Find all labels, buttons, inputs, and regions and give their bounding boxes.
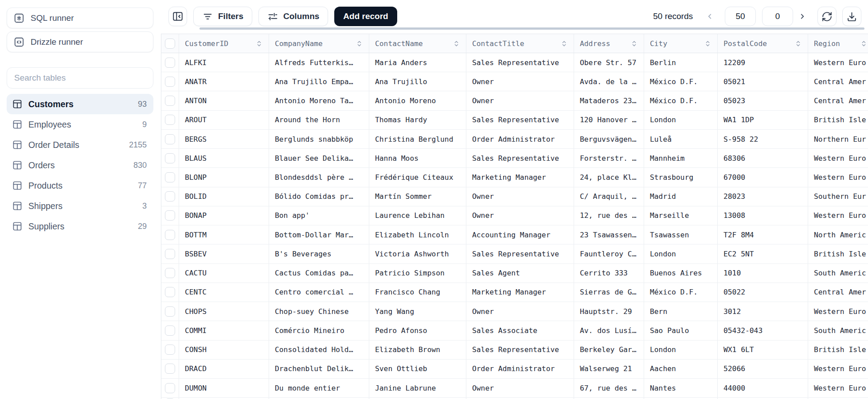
- sort-icon[interactable]: [630, 39, 638, 48]
- table-cell[interactable]: North Americ: [808, 225, 868, 244]
- table-cell[interactable]: WA1 1DP: [718, 111, 808, 129]
- table-cell[interactable]: Luleå: [644, 130, 718, 148]
- table-cell[interactable]: Frédérique Citeaux: [369, 168, 466, 186]
- column-header-region[interactable]: Region: [808, 34, 868, 53]
- chevron-left-icon[interactable]: [705, 12, 715, 21]
- table-cell[interactable]: México D.F.: [644, 72, 718, 91]
- drizzle-runner-button[interactable]: Drizzle runner: [7, 31, 153, 52]
- sidebar-item-customers[interactable]: Customers93: [7, 94, 153, 114]
- table-cell[interactable]: 05021: [718, 72, 808, 91]
- table-cell[interactable]: Marketing Manager: [466, 283, 574, 302]
- table-cell[interactable]: Victoria Ashworth: [369, 244, 466, 263]
- table-cell[interactable]: Sao Paulo: [644, 321, 718, 340]
- row-checkbox[interactable]: [165, 345, 175, 355]
- sidebar-item-shippers[interactable]: Shippers3: [7, 196, 153, 216]
- table-cell[interactable]: 44000: [718, 379, 808, 397]
- page-offset-input[interactable]: [762, 7, 793, 26]
- column-header-customerid[interactable]: CustomerID: [179, 34, 269, 53]
- table-cell[interactable]: EC2 5NT: [718, 244, 808, 263]
- table-cell[interactable]: ANTON: [179, 91, 269, 110]
- sort-icon[interactable]: [704, 39, 712, 48]
- table-cell[interactable]: Cerrito 333: [574, 264, 644, 283]
- table-cell[interactable]: Blauer See Delika…: [269, 149, 369, 167]
- table-cell[interactable]: Aachen: [644, 360, 718, 378]
- table-cell[interactable]: CENTC: [179, 283, 269, 302]
- table-cell[interactable]: BONAP: [179, 206, 269, 225]
- chevron-right-icon[interactable]: [798, 12, 807, 21]
- table-cell[interactable]: B's Beverages: [269, 244, 369, 263]
- table-cell[interactable]: Antonio Moreno Ta…: [269, 91, 369, 110]
- table-cell[interactable]: Mataderos 23…: [574, 91, 644, 110]
- table-cell[interactable]: London: [644, 341, 718, 359]
- table-cell[interactable]: Nantes: [644, 379, 718, 397]
- table-cell[interactable]: BLAUS: [179, 149, 269, 167]
- sidebar-item-orders[interactable]: Orders830: [7, 155, 153, 175]
- table-cell[interactable]: Sales Representative: [466, 244, 574, 263]
- table-cell[interactable]: Sales Representative: [466, 111, 574, 129]
- table-cell[interactable]: Mannheim: [644, 149, 718, 167]
- table-cell[interactable]: Owner: [466, 379, 574, 397]
- table-cell[interactable]: 52066: [718, 360, 808, 378]
- table-cell[interactable]: London: [644, 111, 718, 129]
- sort-icon[interactable]: [255, 39, 263, 48]
- table-cell[interactable]: 24, place Kl…: [574, 168, 644, 186]
- table-cell[interactable]: Laurence Lebihan: [369, 206, 466, 225]
- table-cell[interactable]: Fauntleroy C…: [574, 244, 644, 263]
- table-cell[interactable]: Western Euro: [808, 360, 868, 378]
- table-cell[interactable]: South Americ: [808, 321, 868, 340]
- column-header-companyname[interactable]: CompanyName: [269, 34, 369, 53]
- row-checkbox[interactable]: [165, 383, 175, 393]
- row-checkbox[interactable]: [165, 249, 175, 259]
- column-header-city[interactable]: City: [644, 34, 718, 53]
- table-cell[interactable]: Owner: [466, 187, 574, 206]
- table-cell[interactable]: Du monde entier: [269, 379, 369, 397]
- sort-icon[interactable]: [355, 39, 364, 48]
- table-cell[interactable]: 120 Hanover …: [574, 111, 644, 129]
- table-cell[interactable]: Sales Representative: [466, 149, 574, 167]
- table-cell[interactable]: British Isle: [808, 244, 868, 263]
- column-header-address[interactable]: Address: [574, 34, 644, 53]
- table-cell[interactable]: S-958 22: [718, 130, 808, 148]
- table-cell[interactable]: Francisco Chang: [369, 283, 466, 302]
- sidebar-item-order-details[interactable]: Order Details2155: [7, 135, 153, 155]
- table-cell[interactable]: 68306: [718, 149, 808, 167]
- table-cell[interactable]: Order Administrator: [466, 130, 574, 148]
- row-checkbox[interactable]: [165, 268, 175, 278]
- table-cell[interactable]: Western Euro: [808, 53, 868, 72]
- table-cell[interactable]: Alfreds Futterkis…: [269, 53, 369, 72]
- table-cell[interactable]: Tsawassen: [644, 225, 718, 244]
- table-cell[interactable]: 12209: [718, 53, 808, 72]
- table-cell[interactable]: Sales Representative: [466, 341, 574, 359]
- table-cell[interactable]: WX1 6LT: [718, 341, 808, 359]
- table-cell[interactable]: Berkeley Gar…: [574, 341, 644, 359]
- row-checkbox[interactable]: [165, 153, 175, 163]
- table-cell[interactable]: 28023: [718, 187, 808, 206]
- table-cell[interactable]: Maria Anders: [369, 53, 466, 72]
- column-header-contactname[interactable]: ContactName: [369, 34, 466, 53]
- table-cell[interactable]: DUMON: [179, 379, 269, 397]
- table-cell[interactable]: 67, rue des …: [574, 379, 644, 397]
- table-cell[interactable]: British Isle: [808, 341, 868, 359]
- table-cell[interactable]: Blondesddsl père …: [269, 168, 369, 186]
- table-cell[interactable]: Around the Horn: [269, 111, 369, 129]
- row-checkbox[interactable]: [165, 364, 175, 374]
- table-cell[interactable]: Chop-suey Chinese: [269, 302, 369, 321]
- table-cell[interactable]: Western Euro: [808, 302, 868, 321]
- sort-icon[interactable]: [560, 39, 568, 48]
- table-cell[interactable]: Elizabeth Brown: [369, 341, 466, 359]
- row-checkbox[interactable]: [165, 191, 175, 201]
- sidebar-item-employees[interactable]: Employees9: [7, 114, 153, 135]
- table-cell[interactable]: Bólido Comidas pr…: [269, 187, 369, 206]
- horizontal-scrollbar[interactable]: [199, 27, 864, 30]
- download-button[interactable]: [842, 7, 861, 26]
- table-cell[interactable]: BERGS: [179, 130, 269, 148]
- sql-runner-button[interactable]: SQL runner: [7, 8, 153, 28]
- table-cell[interactable]: COMMI: [179, 321, 269, 340]
- table-cell[interactable]: T2F 8M4: [718, 225, 808, 244]
- table-cell[interactable]: Owner: [466, 72, 574, 91]
- table-cell[interactable]: Owner: [466, 91, 574, 110]
- table-cell[interactable]: Pedro Afonso: [369, 321, 466, 340]
- add-record-button[interactable]: Add record: [334, 7, 397, 26]
- table-cell[interactable]: 23 Tsawassen…: [574, 225, 644, 244]
- table-cell[interactable]: BLONP: [179, 168, 269, 186]
